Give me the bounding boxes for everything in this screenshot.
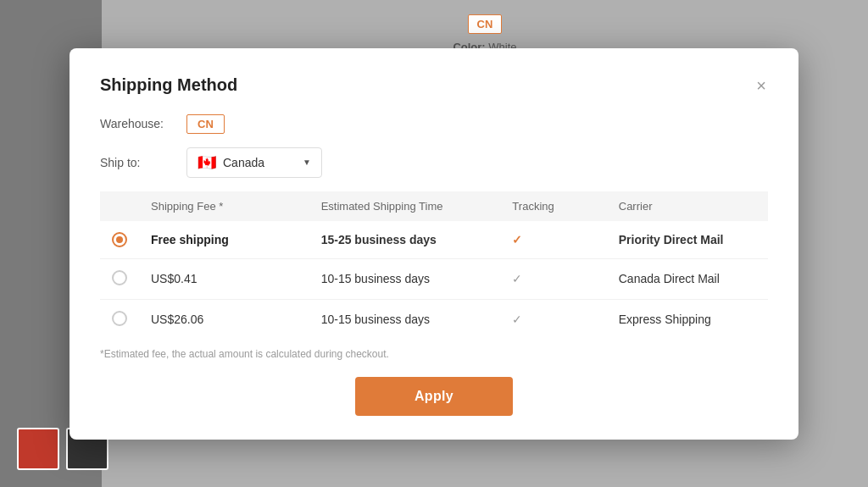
tracking-cell: ✓ <box>500 258 606 299</box>
th-time: Estimated Shipping Time <box>309 191 501 221</box>
ship-to-row: Ship to: 🇨🇦 Canada ▼ <box>100 147 768 178</box>
tracking-cell: ✓ <box>500 299 606 340</box>
modal-overlay: Shipping Method × Warehouse: CN Ship to:… <box>0 0 868 487</box>
modal-header: Shipping Method × <box>100 75 768 96</box>
shipping-fee-cell: US$26.06 <box>139 299 309 340</box>
radio-button[interactable] <box>112 232 127 247</box>
tracking-cell: ✓ <box>500 221 606 259</box>
apply-button-row: Apply <box>100 377 768 416</box>
table-row[interactable]: Free shipping15-25 business days✓Priorit… <box>100 221 768 259</box>
th-radio <box>100 191 139 221</box>
shipping-time-cell: 15-25 business days <box>309 221 501 259</box>
shipping-time-cell: 10-15 business days <box>309 299 501 340</box>
radio-cell[interactable] <box>100 258 139 299</box>
carrier-cell: Canada Direct Mail <box>607 258 768 299</box>
shipping-time-cell: 10-15 business days <box>309 258 501 299</box>
carrier-cell: Priority Direct Mail <box>607 221 768 259</box>
check-icon: ✓ <box>512 233 522 246</box>
check-icon: ✓ <box>512 272 522 285</box>
table-header: Shipping Fee * Estimated Shipping Time T… <box>100 191 768 221</box>
country-name: Canada <box>223 156 264 169</box>
carrier-cell: Express Shipping <box>607 299 768 340</box>
modal-title: Shipping Method <box>100 75 237 95</box>
warehouse-badge: CN <box>186 114 225 134</box>
warehouse-row: Warehouse: CN <box>100 114 768 134</box>
radio-cell[interactable] <box>100 299 139 340</box>
radio-cell[interactable] <box>100 221 139 259</box>
shipping-fee-cell: Free shipping <box>139 221 309 259</box>
table-body: Free shipping15-25 business days✓Priorit… <box>100 221 768 340</box>
th-tracking: Tracking <box>500 191 606 221</box>
th-carrier: Carrier <box>607 191 768 221</box>
chevron-down-icon: ▼ <box>303 158 311 167</box>
shipping-table: Shipping Fee * Estimated Shipping Time T… <box>100 191 768 340</box>
ship-to-label: Ship to: <box>100 156 176 169</box>
warehouse-label: Warehouse: <box>100 117 176 130</box>
close-button[interactable]: × <box>754 75 768 96</box>
apply-button[interactable]: Apply <box>355 377 513 416</box>
radio-button[interactable] <box>112 311 127 326</box>
table-row[interactable]: US$0.4110-15 business days✓Canada Direct… <box>100 258 768 299</box>
radio-button[interactable] <box>112 270 127 285</box>
check-icon: ✓ <box>512 313 522 326</box>
shipping-method-modal: Shipping Method × Warehouse: CN Ship to:… <box>70 48 798 440</box>
th-fee: Shipping Fee * <box>139 191 309 221</box>
shipping-fee-cell: US$0.41 <box>139 258 309 299</box>
footnote: *Estimated fee, the actual amount is cal… <box>100 348 768 360</box>
country-selector[interactable]: 🇨🇦 Canada ▼ <box>186 147 322 178</box>
table-row[interactable]: US$26.0610-15 business days✓Express Ship… <box>100 299 768 340</box>
country-flag: 🇨🇦 <box>198 153 216 172</box>
